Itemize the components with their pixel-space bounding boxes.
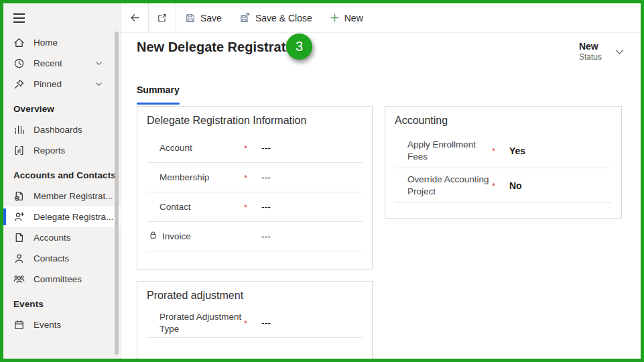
new-button[interactable]: New: [321, 3, 372, 32]
back-button[interactable]: [121, 3, 149, 32]
popout-icon[interactable]: [149, 3, 176, 32]
sidebar-item-accounts[interactable]: Accounts: [3, 227, 121, 248]
dashboards-icon: [13, 124, 25, 135]
sidebar-item-label: Dashboards: [34, 125, 82, 135]
sidebar-item-label: Home: [34, 38, 58, 48]
home-icon: [13, 37, 25, 48]
field-value: ---: [261, 172, 271, 183]
field-label: Apply Enrollment Fees: [407, 139, 492, 163]
field-value: ---: [261, 143, 271, 154]
lock-icon: [148, 230, 158, 243]
required-asterisk: *: [492, 180, 509, 191]
sidebar-group-accounts-contacts: Accounts and Contacts: [3, 161, 121, 186]
sidebar-item-label: Pinned: [34, 79, 62, 89]
form-content: Delegate Registration Information Accoun…: [121, 103, 641, 361]
required-asterisk: *: [244, 317, 261, 328]
sidebar-item-delegate-registrations[interactable]: Delegate Registra...: [3, 206, 121, 227]
field-label: Contact: [159, 201, 191, 213]
person-add-icon: [13, 211, 25, 223]
sidebar-item-label: Recent: [34, 58, 62, 68]
document-add-icon: [13, 190, 25, 202]
sidebar-item-label: Accounts: [34, 233, 71, 243]
field-label: Override Accounting Project: [407, 174, 492, 198]
sidebar-item-label: Reports: [34, 145, 65, 156]
sidebar-item-home[interactable]: Home: [3, 32, 121, 53]
required-asterisk: *: [244, 201, 261, 213]
chevron-down-icon[interactable]: [94, 80, 103, 90]
sidebar-item-contacts[interactable]: Contacts: [3, 248, 121, 269]
field-value: No: [509, 180, 522, 191]
section-delegate-registration-information: Delegate Registration Information Accoun…: [137, 106, 373, 269]
pin-icon: [13, 78, 25, 90]
tab-summary[interactable]: Summary: [137, 84, 180, 105]
annotation-badge-3: 3: [286, 34, 312, 60]
calendar-icon: [13, 319, 25, 330]
required-asterisk: [244, 236, 261, 237]
app-window: Home Recent Pinned Overv: [0, 0, 644, 362]
main-panel: Save Save & Close New New Delegate Regis…: [121, 3, 641, 359]
sidebar-item-label: Contacts: [34, 253, 69, 263]
person-icon: [13, 253, 25, 264]
sidebar-item-label: Member Registrat...: [34, 191, 113, 201]
field-membership[interactable]: Membership * ---: [147, 163, 363, 192]
save-and-close-button[interactable]: Save & Close: [231, 3, 321, 32]
section-accounting: Accounting Apply Enrollment Fees * Yes O…: [385, 106, 622, 219]
required-asterisk: *: [244, 142, 261, 154]
sidebar-item-reports[interactable]: Reports: [3, 140, 121, 161]
field-apply-enrollment-fees[interactable]: Apply Enrollment Fees * Yes: [395, 133, 612, 168]
section-title: Accounting: [385, 107, 621, 133]
sidebar-item-recent[interactable]: Recent: [3, 53, 121, 74]
section-title: Prorated adjustment: [137, 282, 372, 308]
sidebar-group-overview: Overview: [3, 95, 121, 119]
field-label: Membership: [159, 172, 209, 184]
status-value: New: [579, 41, 602, 52]
sidebar-nav: Home Recent Pinned Overv: [3, 25, 121, 335]
field-label: Invoice: [162, 231, 191, 243]
field-override-accounting-project[interactable]: Override Accounting Project * No: [395, 168, 612, 203]
sidebar-scrollbar[interactable]: [115, 32, 119, 355]
status-field[interactable]: New Status: [579, 40, 625, 74]
sidebar-item-label: Events: [34, 320, 61, 330]
tab-summary-label: Summary: [137, 84, 180, 99]
sidebar-group-events: Events: [3, 290, 121, 314]
clock-icon: [13, 58, 25, 69]
field-label: Prorated Adjustment Type: [159, 311, 244, 335]
save-label: Save: [200, 13, 222, 23]
record-header: New Delegate Registration New Status: [121, 33, 641, 74]
status-label: Status: [579, 52, 602, 62]
field-label: Account: [159, 142, 192, 154]
reports-icon: [13, 145, 25, 156]
sidebar-item-label: Delegate Registra...: [34, 212, 113, 222]
new-label: New: [344, 13, 363, 23]
required-asterisk: *: [244, 172, 261, 183]
people-group-icon: [13, 274, 25, 285]
command-bar: Save Save & Close New: [121, 3, 641, 33]
menu-icon[interactable]: [3, 3, 121, 23]
chevron-down-icon[interactable]: [94, 59, 103, 70]
sidebar-item-dashboards[interactable]: Dashboards: [3, 119, 121, 140]
save-and-close-label: Save & Close: [255, 13, 312, 23]
field-prorated-adjustment-type[interactable]: Prorated Adjustment Type * ---: [147, 308, 363, 338]
save-button[interactable]: Save: [176, 3, 231, 32]
sitemap-sidebar: Home Recent Pinned Overv: [3, 3, 121, 359]
sidebar-item-pinned[interactable]: Pinned: [3, 74, 121, 95]
required-asterisk: *: [492, 145, 509, 156]
sidebar-item-events[interactable]: Events: [3, 314, 121, 335]
tab-strip: Summary: [121, 74, 641, 103]
sidebar-item-committees[interactable]: Committees: [3, 269, 121, 290]
sidebar-item-label: Committees: [34, 274, 82, 284]
field-value: ---: [261, 231, 271, 242]
section-title: Delegate Registration Information: [137, 107, 372, 133]
field-account[interactable]: Account * ---: [147, 133, 363, 163]
sidebar-item-member-registrations[interactable]: Member Registrat...: [3, 186, 121, 206]
field-invoice[interactable]: Invoice ---: [147, 222, 363, 251]
document-icon: [13, 232, 25, 243]
field-contact[interactable]: Contact * ---: [147, 192, 363, 222]
field-value: ---: [261, 202, 271, 213]
page-title: New Delegate Registration: [137, 40, 306, 74]
field-value: Yes: [509, 145, 525, 156]
field-value: ---: [261, 318, 271, 328]
chevron-down-icon[interactable]: [614, 41, 625, 60]
section-prorated-adjustment: Prorated adjustment Prorated Adjustment …: [137, 281, 373, 361]
